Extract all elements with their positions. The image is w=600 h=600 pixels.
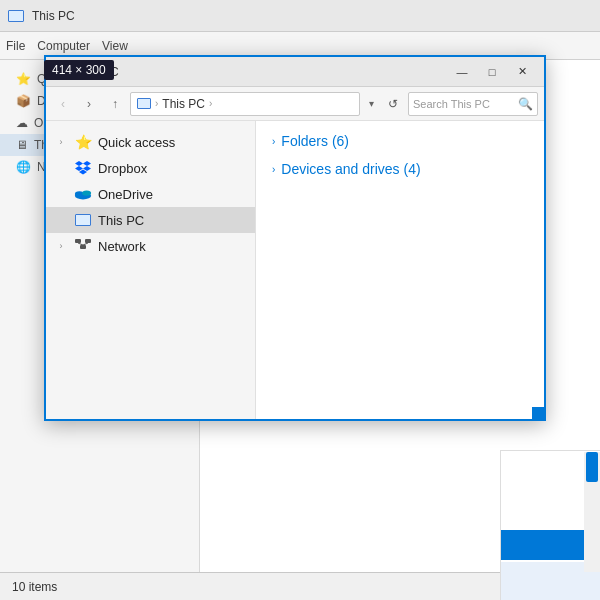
onedrive-icon [74,185,92,203]
bg-computer-menu: Computer [37,39,90,53]
bg-file-menu: File [6,39,25,53]
content-area: › ⭐ Quick access Dro [46,121,544,419]
bg-window-icon [8,10,24,22]
back-icon: ‹ [61,97,65,111]
main-window: This PC — □ ✕ ‹ › ↑ › This PC › ▾ ↺ [44,55,546,421]
breadcrumb-separator: › [155,98,158,109]
breadcrumb-separator-2: › [209,98,212,109]
window-titlebar: This PC — □ ✕ [46,57,544,87]
search-button[interactable]: 🔍 [517,96,533,112]
dropbox-icon [74,159,92,177]
star-icon: ⭐ [75,134,92,150]
breadcrumb-bar[interactable]: › This PC › [130,92,360,116]
onedrive-label: OneDrive [98,187,153,202]
right-panel: › Folders (6) › Devices and drives (4) [256,121,544,419]
forward-icon: › [87,97,91,111]
scrollbar-thumb[interactable] [586,452,598,482]
search-bar[interactable]: Search This PC 🔍 [408,92,538,116]
forward-button[interactable]: › [78,93,100,115]
back-button[interactable]: ‹ [52,93,74,115]
breadcrumb-thispc: This PC [162,97,205,111]
items-count: 10 items [12,580,57,594]
nav-item-quick-access[interactable]: › ⭐ Quick access [46,129,255,155]
svg-line-7 [83,243,88,245]
svg-rect-4 [80,245,86,249]
nav-item-dropbox[interactable]: Dropbox [46,155,255,181]
bg-title-text: This PC [32,9,75,23]
search-icon: 🔍 [518,97,533,111]
bg-titlebar-icons [8,10,24,22]
up-icon: ↑ [112,97,118,111]
this-pc-label: This PC [98,213,144,228]
dimension-tooltip: 414 × 300 [44,60,114,80]
nav-item-this-pc[interactable]: This PC [46,207,255,233]
window-controls: — □ ✕ [448,62,536,82]
devices-label: Devices and drives (4) [281,161,420,177]
devices-chevron-icon: › [272,164,275,175]
svg-line-6 [78,243,83,245]
bg-view-menu: View [102,39,128,53]
refresh-button[interactable]: ↺ [382,93,404,115]
bg-titlebar: This PC [0,0,600,32]
up-button[interactable]: ↑ [104,93,126,115]
svg-point-2 [82,190,91,195]
quick-access-label: Quick access [98,135,175,150]
close-button[interactable]: ✕ [508,62,536,82]
window-title-text: This PC [76,65,448,79]
refresh-icon: ↺ [388,97,398,111]
section-folders[interactable]: › Folders (6) [272,133,528,149]
dropdown-chevron-icon: ▾ [369,98,374,109]
svg-rect-3 [75,239,81,243]
nav-item-network[interactable]: › Network [46,233,255,259]
nav-toolbar: ‹ › ↑ › This PC › ▾ ↺ Search This PC 🔍 [46,87,544,121]
dropbox-label: Dropbox [98,161,147,176]
nav-item-onedrive[interactable]: OneDrive [46,181,255,207]
search-placeholder: Search This PC [413,98,513,110]
svg-rect-5 [85,239,91,243]
resize-handle[interactable] [532,407,544,419]
breadcrumb-pc-icon [137,98,151,109]
network-label: Network [98,239,146,254]
quick-access-icon: ⭐ [74,133,92,151]
left-nav: › ⭐ Quick access Dro [46,121,256,419]
expand-network: › [54,241,68,251]
section-devices[interactable]: › Devices and drives (4) [272,161,528,177]
scrollbar[interactable] [584,452,600,572]
expand-quick-access: › [54,137,68,147]
network-icon [74,237,92,255]
address-dropdown[interactable]: ▾ [364,92,378,116]
folders-label: Folders (6) [281,133,349,149]
minimize-button[interactable]: — [448,62,476,82]
maximize-button[interactable]: □ [478,62,506,82]
folders-chevron-icon: › [272,136,275,147]
this-pc-icon [74,211,92,229]
